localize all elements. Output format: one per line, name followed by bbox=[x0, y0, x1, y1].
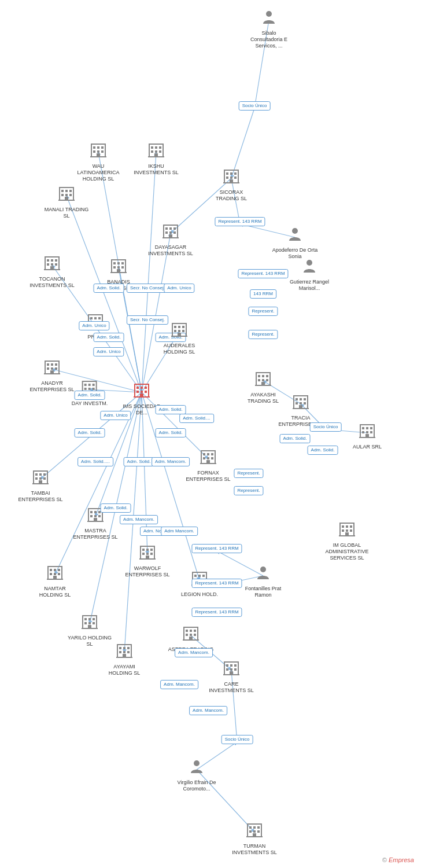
svg-rect-225 bbox=[50, 569, 52, 571]
node-secr-no-consej-1[interactable]: Secr. No Consej. bbox=[127, 284, 168, 293]
svg-rect-80 bbox=[51, 259, 53, 262]
node-adm-mancom-care[interactable]: Adm. Mancom. bbox=[160, 680, 198, 689]
badge[interactable]: Represent. bbox=[248, 330, 278, 339]
node-represent-2[interactable]: Represent. bbox=[248, 307, 278, 316]
badge[interactable]: Adm. Mancom. bbox=[175, 648, 213, 657]
node-adm-unico-ims[interactable]: Adm. Unico bbox=[100, 411, 131, 420]
node-adm-mancom-3[interactable]: Adm Mancom. bbox=[161, 527, 198, 536]
node-adm-solid-4[interactable]: Adm. Solid. bbox=[75, 428, 105, 437]
badge[interactable]: Represent. 143 RRM bbox=[238, 269, 288, 278]
node-represent-143-1[interactable]: Represent. 143 RRM bbox=[215, 217, 265, 226]
node-socio-unico-3[interactable]: Socio Único bbox=[221, 735, 253, 744]
node-adm-solid-8[interactable]: Adm. Solid. bbox=[124, 457, 154, 466]
badge[interactable]: Adm. Unico bbox=[79, 321, 109, 330]
badge[interactable]: Adm. Mancom. bbox=[189, 706, 227, 715]
badge[interactable]: Represent. 143 RRM bbox=[191, 608, 242, 617]
svg-rect-266 bbox=[127, 651, 130, 653]
svg-rect-263 bbox=[127, 647, 130, 649]
person-icon bbox=[261, 9, 277, 29]
badge[interactable]: Adm. Mancom. bbox=[160, 680, 198, 689]
badge[interactable]: Adm. Solid. bbox=[75, 391, 105, 400]
badge[interactable]: Adm. Solid. bbox=[156, 405, 186, 414]
node-adm-solid-2[interactable]: Adm. Solid. bbox=[94, 333, 124, 342]
node-adm-unico-3[interactable]: Adm. Unico bbox=[93, 347, 124, 356]
badge[interactable]: Adm. Solid.... bbox=[179, 414, 214, 423]
building-icon bbox=[246, 822, 263, 842]
svg-rect-206 bbox=[142, 549, 145, 551]
node-label: DAYASAGAR INVESTMENTS SL bbox=[147, 244, 194, 257]
node-adm-solid-5[interactable]: Adm. Solid. bbox=[156, 405, 186, 414]
node-adm-solid-1[interactable]: Adm. Solid. bbox=[94, 284, 124, 293]
node-represent-143-6[interactable]: Represent. 143 RRM bbox=[191, 608, 242, 617]
node-socio-unico-2[interactable]: Socio Único bbox=[310, 422, 342, 432]
node-socio-unico-1[interactable]: Socio Único bbox=[239, 101, 271, 111]
badge[interactable]: Adm. Solid. bbox=[156, 428, 186, 437]
node-adm-mancom-care2[interactable]: Adm. Mancom. bbox=[189, 706, 227, 715]
node-adm-mancom-1[interactable]: Adm. Mancom. bbox=[152, 457, 190, 466]
svg-rect-256 bbox=[88, 622, 91, 624]
svg-rect-46 bbox=[97, 150, 99, 153]
svg-rect-198 bbox=[94, 511, 97, 513]
node-adm-solid-6[interactable]: Adm. Solid.... bbox=[179, 414, 214, 423]
badge[interactable]: Adm. Unico bbox=[100, 411, 131, 420]
badge[interactable]: Adm. Solid. bbox=[280, 434, 311, 443]
svg-rect-275 bbox=[253, 830, 256, 833]
badge[interactable]: Adm. Mancom. bbox=[120, 515, 158, 524]
badge[interactable]: Adm. Solid. bbox=[124, 457, 154, 466]
node-adm-solid-7[interactable]: Adm. Solid. bbox=[156, 428, 186, 437]
node-represent-143-5[interactable]: Represent. 143 RRM bbox=[191, 579, 242, 588]
node-adm-solid-day[interactable]: Adm. Solid. bbox=[75, 391, 105, 400]
badge[interactable]: Secr. No Consej. bbox=[127, 284, 168, 293]
badge[interactable]: Adm. Solid. bbox=[308, 446, 338, 455]
svg-rect-108 bbox=[178, 326, 180, 328]
node-label: WAU LATINOAMERICA HOLDING SL bbox=[75, 163, 121, 182]
badge[interactable]: Adm. Unico bbox=[93, 347, 124, 356]
badge[interactable]: Adm. Solid. bbox=[94, 333, 124, 342]
node-label: TOCANON INVESTMENTS SL bbox=[29, 276, 75, 289]
badge[interactable]: Represent. 143 RRM bbox=[191, 544, 242, 553]
node-represent-fornax-2[interactable]: Represent. bbox=[234, 486, 263, 495]
svg-rect-47 bbox=[101, 150, 104, 153]
badge[interactable]: Adm Mancom. bbox=[161, 527, 198, 536]
svg-rect-154 bbox=[304, 398, 306, 400]
badge[interactable]: Socio Único bbox=[310, 422, 342, 432]
badge[interactable]: Adm. Solid..... bbox=[77, 457, 113, 466]
node-represent-fornax-1[interactable]: Represent. bbox=[234, 469, 263, 478]
svg-rect-171 bbox=[39, 473, 42, 476]
node-adm-solid-tambai[interactable]: Adm. Solid..... bbox=[77, 457, 113, 466]
node-care: CARE INVESTMENTS SL bbox=[208, 660, 254, 694]
graph-container: Sibalo Consultadoria E Servicos, ... Soc… bbox=[0, 0, 421, 868]
node-adm-mancom-astrea[interactable]: Adm. Mancom. bbox=[175, 648, 213, 657]
node-adm-solid-tracia[interactable]: Adm. Solid. bbox=[280, 434, 311, 443]
node-adm-solid-tracia2[interactable]: Adm. Solid. bbox=[308, 446, 338, 455]
node-represent-143-4[interactable]: Represent. 143 RRM bbox=[191, 544, 242, 553]
badge[interactable]: Represent. bbox=[248, 307, 278, 316]
node-adm-unico-1[interactable]: Adm. Unico bbox=[164, 284, 194, 293]
node-adm-unico-2[interactable]: Adm. Unico bbox=[79, 321, 109, 330]
badge[interactable]: Adm. Solid. bbox=[75, 428, 105, 437]
badge[interactable]: Represent. 143 RRM bbox=[191, 579, 242, 588]
node-represent-143-2[interactable]: Represent. 143 RRM bbox=[238, 269, 288, 278]
node-represent-143-3[interactable]: 143 RRM bbox=[250, 289, 276, 299]
badge[interactable]: Adm. Unico bbox=[164, 284, 194, 293]
svg-line-11 bbox=[142, 233, 171, 392]
badge[interactable]: Represent. 143 RRM bbox=[215, 217, 265, 226]
badge[interactable]: Represent. bbox=[234, 486, 263, 495]
node-wau: WAU LATINOAMERICA HOLDING SL bbox=[75, 142, 121, 182]
node-represent-3[interactable]: Represent. bbox=[248, 330, 278, 339]
badge[interactable]: Socio Único bbox=[221, 735, 253, 744]
svg-rect-264 bbox=[119, 651, 121, 653]
svg-rect-65 bbox=[69, 194, 72, 196]
badge[interactable]: Adm. Solid. bbox=[94, 284, 124, 293]
badge[interactable]: Socio Único bbox=[239, 101, 271, 111]
badge[interactable]: Adm. Mancom. bbox=[152, 457, 190, 466]
node-adm-solid-mastra[interactable]: Adm. Solid. bbox=[101, 503, 131, 513]
building-icon bbox=[44, 255, 60, 275]
node-ikshu: IKSHU INVESTMENTS SL bbox=[133, 142, 179, 176]
building-icon bbox=[223, 168, 239, 188]
node-adm-mancom-2[interactable]: Adm. Mancom. bbox=[120, 515, 158, 524]
badge[interactable]: Adm. Solid. bbox=[101, 503, 131, 513]
badge[interactable]: Represent. bbox=[234, 469, 263, 478]
badge[interactable]: 143 RRM bbox=[250, 289, 276, 299]
svg-rect-61 bbox=[65, 190, 68, 192]
